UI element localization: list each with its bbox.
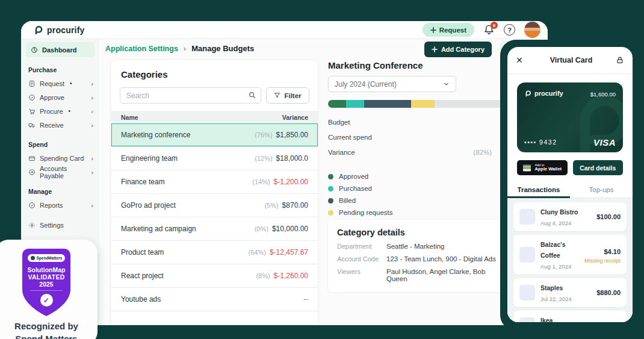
sidebar-item-accounts-payable[interactable]: Accounts Payable › [21,165,99,179]
transaction-row[interactable]: Cluny BistroAug 4, 2024 $100.00 [513,202,627,231]
request-button[interactable]: Request [423,23,474,37]
variance-amount: $-12,457.67 [270,248,308,257]
filter-icon [274,92,280,99]
notifications-button[interactable]: 6 [483,24,495,36]
brand-name: procurify [47,25,84,35]
card-balance: $1,600.00 [590,91,616,98]
variance-percent: (14%) [252,178,270,185]
category-name: React project [121,272,164,280]
receipt-thumbnail [519,285,535,300]
app-window: procurify Request 6 ? Dashboard Purchase [21,21,548,325]
cart-icon [28,108,36,115]
table-row[interactable]: Product team (64%)$-12,457.67 [111,241,318,264]
category-name: Finance team [121,178,165,186]
check-circle-icon [28,94,36,101]
merchant-name: Staples [540,284,563,291]
missing-receipt-note: Missing receipt [584,258,621,264]
sidebar-item-spending-card[interactable]: Spending Card › [21,151,99,165]
search-input[interactable] [120,87,261,104]
chevron-right-icon: › [91,122,93,129]
tab-top-ups[interactable]: Top-ups [570,182,633,197]
categories-title: Categories [111,60,318,79]
sidebar-item-receive[interactable]: Spending Card Receive › [21,118,99,132]
add-category-button[interactable]: Add Category [424,42,492,57]
credit-card-icon [28,155,36,162]
transaction-date: Aug 1, 2024 [540,263,571,270]
header-actions: Request 6 ? [423,22,540,38]
filter-button[interactable]: Filter [266,87,309,104]
apple-wallet-icon [522,164,531,172]
transaction-amount: $100.00 [596,213,621,220]
chevron-down-icon [443,81,450,87]
table-row[interactable]: Engineering team (12%)$18,000.0 [111,147,318,170]
budget-label: Budget [328,119,350,126]
sidebar-item-dashboard[interactable]: Dashboard [26,42,94,57]
search-box [120,87,261,104]
sidebar-item-reports[interactable]: Reports › [21,198,99,212]
variance-row: Variance (82%) [328,145,492,160]
field-label: Department [337,243,386,250]
add-to-apple-wallet-button[interactable]: Add to Apple Wallet [517,160,568,175]
transaction-row[interactable]: Balzac's CoffeeAug 1, 2024 $4.10Missing … [513,235,627,275]
modal-header: ✕ Virtual Card [507,47,633,74]
table-row[interactable]: Marketing ad campaign (0%)$10,000.00 [111,217,318,241]
truck-icon [28,122,36,129]
modal-title: Virtual Card [527,56,616,64]
sidebar-item-approve[interactable]: Approve › [21,90,99,104]
badge-divider [30,290,63,291]
badge-caption: Recognized by Spend Matters [14,320,78,339]
merchant-name: Balzac's Coffee [540,241,566,259]
sidebar-item-settings[interactable]: Settings [21,218,99,232]
breadcrumb-parent-link[interactable]: Application Settings [105,45,178,53]
field-value: 123 - Team Lunch, 900 - Digital Ads [386,255,496,263]
table-row[interactable]: Finance team (14%)$-1,200.00 [111,170,318,194]
budget-rows: Budget Current spend Variance (82%) [328,114,492,160]
procurify-logo: procurify [33,25,84,35]
column-name: Name [121,114,138,121]
field-label: Viewers [337,268,386,282]
badge-line-validated: VALIDATED [28,273,64,281]
variance-value: (82%) [473,149,492,156]
sidebar-section-spend: Spend [28,141,99,148]
table-row[interactable]: Marketing conference (76%)$1,850.00 [111,123,318,147]
procurify-logo-icon [33,25,43,35]
lock-icon[interactable] [616,56,624,64]
chevron-right-icon: › [91,108,93,115]
transaction-amount: $880.00 [596,289,621,296]
merchant-name: Cluny Bistro [540,208,578,216]
spend-matters-logo-icon [31,256,35,260]
transaction-row[interactable]: StaplesJul 22, 2024 $880.00 [513,278,627,307]
table-row[interactable]: GoPro ad project (5%)$870.00 [111,194,318,217]
legend-label: Billed [339,197,356,204]
help-button[interactable]: ? [504,24,515,36]
variance-percent: (5%) [264,202,278,209]
table-row[interactable]: Youtube ads -- [111,288,318,311]
variance-percent: (64%) [249,249,266,256]
spend-matters-logo: SpendMatters [28,254,66,262]
detail-row-viewers: Viewers Paul Hudson, Angel Clarke, Bob Q… [337,268,500,282]
merchant-name: Ikea [540,317,553,322]
transaction-row[interactable]: IkeaJul 2, 2024 $150.80 [513,311,627,322]
tab-transactions[interactable]: Transactions [507,182,570,197]
period-select-value: July 2024 (Current) [335,80,397,89]
sidebar-item-request[interactable]: Request • › [21,76,99,90]
search-icon [248,91,256,99]
main-content: Application Settings › Manage Budgets Ad… [99,39,548,325]
budget-progress-bar [328,100,509,108]
sidebar-item-procure[interactable]: Procure • › [21,104,99,118]
check-rosette-icon: ✓ [40,294,53,306]
table-row[interactable]: React project (8%)$-1,260.00 [111,264,318,288]
transactions-list: Cluny BistroAug 4, 2024 $100.00 Balzac's… [507,198,633,322]
budget-panel: Marketing Conference July 2024 (Current)… [328,60,509,219]
screen: { "colors": { "frame": "#0d3e3b", "accen… [0,0,644,339]
breadcrumb-separator: › [184,44,186,53]
card-details-button[interactable]: Card details [573,160,624,175]
avatar[interactable] [524,22,540,38]
chevron-right-icon: › [91,94,93,101]
category-details-title: Category details [337,228,500,237]
close-icon[interactable]: ✕ [516,55,527,65]
period-select[interactable]: July 2024 (Current) [328,76,456,92]
sidebar-item-label: Spending Card [40,155,84,162]
category-name: Product team [121,248,164,257]
page-title: Manage Budgets [191,44,254,53]
